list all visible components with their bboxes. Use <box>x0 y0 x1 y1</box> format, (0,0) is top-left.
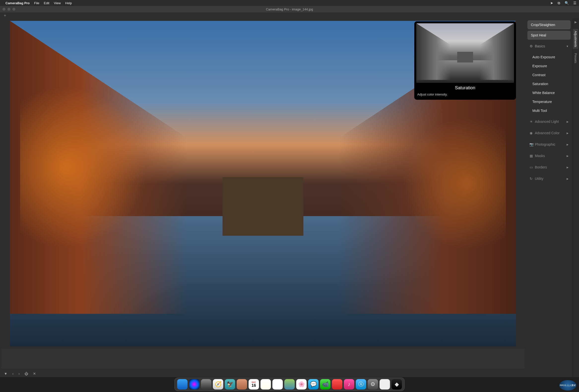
dock-safari-icon[interactable]: 🧭 <box>213 379 223 390</box>
menu-view[interactable]: View <box>54 1 61 5</box>
menu-file[interactable]: File <box>34 1 39 5</box>
chevron-right-icon: ▶ <box>567 132 569 135</box>
section-advanced-light[interactable]: ☀ Advanced Light ▶ <box>527 117 571 127</box>
tooltip-description: Adjust color intensity. <box>417 92 513 96</box>
zoom-button[interactable] <box>12 8 15 11</box>
dock-reminders-icon[interactable] <box>272 379 283 390</box>
collapse-arrow-icon[interactable]: ▶ <box>575 20 577 24</box>
section-label: Advanced Light <box>535 120 559 124</box>
tab-adjustments[interactable]: Adjustments <box>573 29 578 49</box>
tooltip-preview-image <box>416 23 514 83</box>
power-icon[interactable]: ⏻ <box>25 372 28 376</box>
menu-help[interactable]: Help <box>65 1 72 5</box>
adjustments-sidebar: Crop/Straighten Spot Heal ⚙ Basics ▼ Aut… <box>526 18 572 377</box>
close-button[interactable] <box>2 8 5 11</box>
canvas-area: Saturation Adjust color intensity. ▼ ‹ ›… <box>0 18 526 377</box>
dock-appstore-icon[interactable]: Ⓐ <box>356 379 366 390</box>
display-icon[interactable]: ⧉ <box>558 1 560 5</box>
dock-finder-icon[interactable] <box>177 379 188 390</box>
dock-music-icon[interactable]: ♪ <box>344 379 354 390</box>
dock-textedit-icon[interactable] <box>379 379 390 390</box>
spot-heal-button[interactable]: Spot Heal <box>527 31 571 40</box>
section-masks[interactable]: ▦ Masks ▶ <box>527 151 571 161</box>
window-title: CameraBag Pro - image_144.jpg <box>266 7 313 11</box>
chevron-down-icon: ▼ <box>566 45 569 48</box>
image-canvas[interactable]: Saturation Adjust color intensity. <box>10 21 516 346</box>
section-photographic[interactable]: 📷 Photographic ▶ <box>527 140 571 149</box>
section-label: Photographic <box>535 142 555 146</box>
adjustment-tooltip: Saturation Adjust color intensity. <box>414 21 516 100</box>
section-borders[interactable]: ▭ Borders ▶ <box>527 162 571 172</box>
basics-items: Auto Exposure Exposure Contrast Saturati… <box>527 53 571 115</box>
dock-launchpad-icon[interactable] <box>201 379 211 390</box>
item-exposure[interactable]: Exposure <box>527 62 571 71</box>
tabbar: ＋ <box>0 12 579 18</box>
next-icon[interactable]: › <box>19 372 20 376</box>
item-multi-tool[interactable]: Multi Tool <box>527 106 571 115</box>
border-icon: ▭ <box>529 165 533 169</box>
collapse-icon[interactable]: ▼ <box>4 372 7 376</box>
camera-icon: 📷 <box>529 142 533 146</box>
dock-photos-icon[interactable]: 🌸 <box>296 379 307 390</box>
content-area: Saturation Adjust color intensity. ▼ ‹ ›… <box>0 18 579 377</box>
crop-straighten-button[interactable]: Crop/Straighten <box>527 20 571 29</box>
app-name[interactable]: CameraBag Pro <box>5 1 30 5</box>
calendar-month: MAY <box>252 381 256 383</box>
section-utility[interactable]: ↻ Utility ▶ <box>527 174 571 184</box>
tooltip-title: Saturation <box>416 85 514 90</box>
calendar-day: 16 <box>252 383 256 388</box>
cursor-icon[interactable]: ➤ <box>550 1 553 5</box>
dock-siri-icon[interactable] <box>189 379 200 390</box>
timeline-strip[interactable] <box>1 349 524 369</box>
utility-icon: ↻ <box>529 177 533 181</box>
color-icon: ◉ <box>529 131 533 135</box>
titlebar: CameraBag Pro - image_144.jpg <box>0 6 579 12</box>
dock-preferences-icon[interactable]: ⚙ <box>368 379 378 390</box>
list-icon[interactable]: ☰ <box>573 1 577 5</box>
dock-news-icon[interactable] <box>332 379 342 390</box>
watermark-logo: RRCG 人人素材 <box>559 380 577 391</box>
section-label: Advanced Color <box>535 131 560 135</box>
dock-notes-icon[interactable] <box>261 379 271 390</box>
tab-presets[interactable]: Presets <box>573 51 578 65</box>
chevron-right-icon: ▶ <box>567 120 569 123</box>
item-white-balance[interactable]: White Balance <box>527 88 571 97</box>
add-tab-button[interactable]: ＋ <box>3 13 7 18</box>
sliders-icon: ⚙ <box>529 44 533 48</box>
dock-facetime-icon[interactable]: 📹 <box>320 379 330 390</box>
dock-calendar-icon[interactable]: MAY 16 <box>249 379 259 390</box>
prev-icon[interactable]: ‹ <box>12 372 14 376</box>
section-basics[interactable]: ⚙ Basics ▼ <box>527 41 571 51</box>
item-contrast[interactable]: Contrast <box>527 71 571 79</box>
mask-icon: ▦ <box>529 154 533 158</box>
traffic-lights <box>0 8 15 11</box>
dock-camerabag-icon[interactable]: ◆ <box>391 379 402 390</box>
dock: 🧭 🦅 MAY 16 🌸 💬 📹 ♪ Ⓐ ⚙ ◆ <box>174 378 405 391</box>
close-icon[interactable]: ✕ <box>33 372 36 376</box>
dock-maps-icon[interactable] <box>284 379 295 390</box>
chevron-right-icon: ▶ <box>567 166 569 169</box>
section-label: Utility <box>535 177 543 181</box>
chevron-right-icon: ▶ <box>567 177 569 180</box>
minimize-button[interactable] <box>7 8 10 11</box>
dock-messages-icon[interactable]: 💬 <box>308 379 318 390</box>
app-window: CameraBag Pro - image_144.jpg ＋ <box>0 6 579 377</box>
canvas-toolbar: ▼ ‹ › ⏻ ✕ <box>0 370 526 377</box>
search-icon[interactable]: 🔍 <box>565 1 569 5</box>
item-temperature[interactable]: Temperature <box>527 97 571 106</box>
menubar: CameraBag Pro File Edit View Help ➤ ⧉ 🔍 … <box>0 0 579 6</box>
section-label: Borders <box>535 165 547 169</box>
menu-edit[interactable]: Edit <box>44 1 49 5</box>
dock-contacts-icon[interactable] <box>237 379 247 390</box>
sun-icon: ☀ <box>529 120 533 124</box>
section-label: Basics <box>535 44 545 48</box>
item-saturation[interactable]: Saturation <box>527 79 571 88</box>
chevron-right-icon: ▶ <box>567 143 569 146</box>
dock-mail-icon[interactable]: 🦅 <box>225 379 235 390</box>
chevron-right-icon: ▶ <box>567 155 569 157</box>
item-auto-exposure[interactable]: Auto Exposure <box>527 53 571 62</box>
section-label: Masks <box>535 154 545 158</box>
section-advanced-color[interactable]: ◉ Advanced Color ▶ <box>527 128 571 138</box>
vertical-tabs: ▶ Adjustments Presets <box>572 18 579 377</box>
